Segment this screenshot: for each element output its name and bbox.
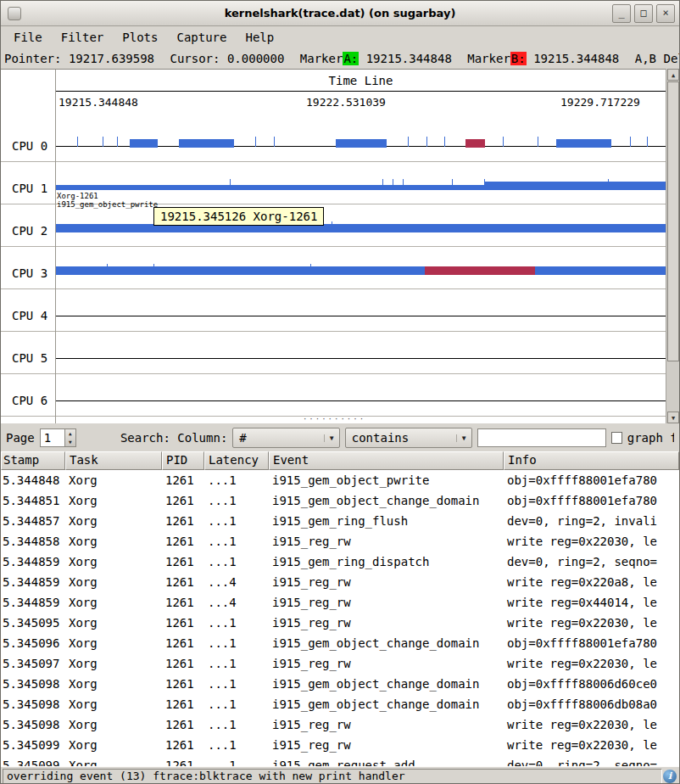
event-tick[interactable] — [408, 137, 409, 147]
event-tick[interactable] — [382, 179, 383, 189]
table-row[interactable]: 5.345098Xorg1261...1i915_reg_rwwrite reg… — [1, 714, 679, 735]
table-row[interactable]: 5.344859Xorg1261...1i915_gem_ring_dispat… — [1, 552, 679, 572]
event-tick[interactable] — [647, 137, 648, 147]
table-row[interactable]: 5.344857Xorg1261...1i915_gem_ring_flushd… — [1, 511, 679, 531]
menu-item-file[interactable]: File — [4, 28, 52, 47]
table-row[interactable]: 5.345096Xorg1261...1i915_gem_object_chan… — [1, 633, 679, 653]
table-cell: ...4 — [204, 572, 269, 592]
table-cell: dev=0, ring=2, seqno= — [504, 552, 679, 572]
table-cell: ...1 — [204, 511, 269, 531]
table-row[interactable]: 5.344858Xorg1261...1i915_reg_rwwrite reg… — [1, 531, 679, 552]
table-cell: ...1 — [204, 633, 269, 653]
table-row[interactable]: 5.344859Xorg1261...4i915_reg_rwwrite reg… — [1, 592, 679, 613]
info-icon[interactable]: i — [663, 770, 677, 783]
spin-down-icon[interactable] — [65, 438, 75, 446]
search-input[interactable] — [477, 428, 606, 447]
event-tick[interactable] — [230, 179, 231, 189]
task-bar[interactable] — [130, 139, 158, 148]
cpu-label: CPU 3 — [12, 266, 47, 280]
menu-bar: FileFilterPlotsCaptureHelp — [1, 26, 679, 48]
match-dropdown[interactable]: contains — [345, 428, 472, 448]
menu-item-capture[interactable]: Capture — [167, 28, 236, 47]
event-tick[interactable] — [452, 179, 453, 189]
menu-item-plots[interactable]: Plots — [113, 28, 167, 47]
scroll-down-icon[interactable] — [667, 412, 679, 423]
splitter-handle[interactable] — [1, 416, 667, 424]
table-cell: obj=0xffff88001efa780 — [504, 490, 679, 511]
column-header-info[interactable]: Info — [504, 451, 679, 470]
table-cell: 1261 — [162, 552, 204, 572]
event-tick[interactable] — [503, 137, 504, 147]
table-cell: 1261 — [162, 531, 204, 552]
table-row[interactable]: 5.345097Xorg1261...1i915_reg_rwwrite reg… — [1, 653, 679, 674]
task-bar[interactable] — [56, 224, 666, 232]
close-button[interactable]: × — [656, 4, 675, 23]
task-bar[interactable] — [425, 266, 535, 275]
column-header-latency[interactable]: Latency — [204, 451, 269, 470]
menu-item-filter[interactable]: Filter — [52, 28, 114, 47]
event-tick[interactable] — [103, 137, 103, 147]
task-bar[interactable] — [179, 139, 234, 148]
scroll-up-icon[interactable] — [667, 69, 679, 81]
table-cell: ...1 — [204, 735, 269, 755]
event-tick[interactable] — [426, 137, 427, 147]
column-header-event[interactable]: Event — [269, 451, 504, 470]
page-value[interactable]: 1 — [41, 429, 64, 446]
table-cell: 1261 — [162, 613, 204, 633]
graph-follows-checkbox[interactable] — [611, 432, 622, 444]
task-bar[interactable] — [336, 139, 387, 148]
event-tick[interactable] — [630, 137, 631, 147]
table-cell: 1261 — [162, 592, 204, 613]
event-tick[interactable] — [538, 137, 538, 147]
pointer-value: 19217.639598 — [69, 52, 154, 65]
event-tick[interactable] — [608, 179, 609, 189]
event-tick[interactable] — [332, 221, 332, 232]
event-table-header: StampTaskPIDLatencyEventInfo — [1, 451, 679, 470]
table-row[interactable]: 5.345099Xorg1261...1i915_gem_request_add… — [1, 755, 679, 766]
event-table-body[interactable]: 5.344848Xorg1261...1i915_gem_object_pwri… — [1, 470, 679, 766]
task-bar[interactable] — [465, 139, 485, 148]
page-spinner[interactable]: 1 — [40, 428, 76, 447]
table-row[interactable]: 5.344848Xorg1261...1i915_gem_object_pwri… — [1, 470, 679, 490]
graph-scrollbar[interactable] — [666, 69, 679, 423]
minimize-button[interactable]: _ — [612, 4, 631, 23]
title-bar[interactable]: kernelshark(trace.dat) (on sugarbay) _ □… — [1, 1, 679, 26]
cpu-label: CPU 2 — [12, 224, 47, 238]
table-row[interactable]: 5.345099Xorg1261...1i915_reg_rwwrite reg… — [1, 735, 679, 755]
table-cell: ...1 — [204, 694, 269, 714]
column-header-task[interactable]: Task — [65, 451, 162, 470]
task-bar[interactable] — [484, 182, 666, 190]
event-tick[interactable] — [403, 179, 404, 189]
table-cell: 5.345096 — [1, 633, 65, 653]
cpu-row-3: CPU 3 — [1, 252, 667, 294]
menu-item-help[interactable]: Help — [236, 28, 283, 47]
column-dropdown[interactable]: # — [232, 428, 339, 448]
table-row[interactable]: 5.345095Xorg1261...1i915_reg_rwwrite reg… — [1, 613, 679, 633]
column-header-stamp[interactable]: Stamp — [1, 451, 65, 470]
timeline-graph[interactable]: Time Line 19215.344848 19222.531039 1922… — [1, 69, 667, 423]
event-tick[interactable] — [393, 179, 393, 189]
scrollbar-thumb[interactable] — [667, 81, 679, 361]
table-row[interactable]: 5.345098Xorg1261...1i915_gem_object_chan… — [1, 694, 679, 714]
event-tick[interactable] — [274, 137, 275, 147]
event-tick[interactable] — [255, 137, 256, 147]
spin-up-icon[interactable] — [65, 429, 75, 438]
event-tick[interactable] — [310, 264, 311, 274]
table-row[interactable]: 5.344859Xorg1261...4i915_reg_rwwrite reg… — [1, 572, 679, 592]
task-bar[interactable] — [556, 139, 611, 148]
event-tick[interactable] — [107, 264, 108, 274]
table-row[interactable]: 5.344851Xorg1261...1i915_gem_object_chan… — [1, 490, 679, 511]
column-header-pid[interactable]: PID — [162, 451, 204, 470]
event-tick[interactable] — [77, 137, 78, 147]
event-tick[interactable] — [117, 137, 118, 147]
event-tick[interactable] — [484, 179, 485, 189]
table-row[interactable]: 5.345098Xorg1261...1i915_gem_object_chan… — [1, 674, 679, 694]
table-cell: i915_reg_rw — [269, 572, 504, 592]
table-cell: i915_reg_rw — [269, 613, 504, 633]
maximize-button[interactable]: □ — [634, 4, 653, 23]
table-cell: ...4 — [204, 592, 269, 613]
task-bar[interactable] — [56, 266, 666, 275]
cpu-row-5: CPU 5 — [1, 337, 667, 379]
event-tick[interactable] — [444, 137, 445, 147]
event-tick[interactable] — [153, 264, 154, 274]
